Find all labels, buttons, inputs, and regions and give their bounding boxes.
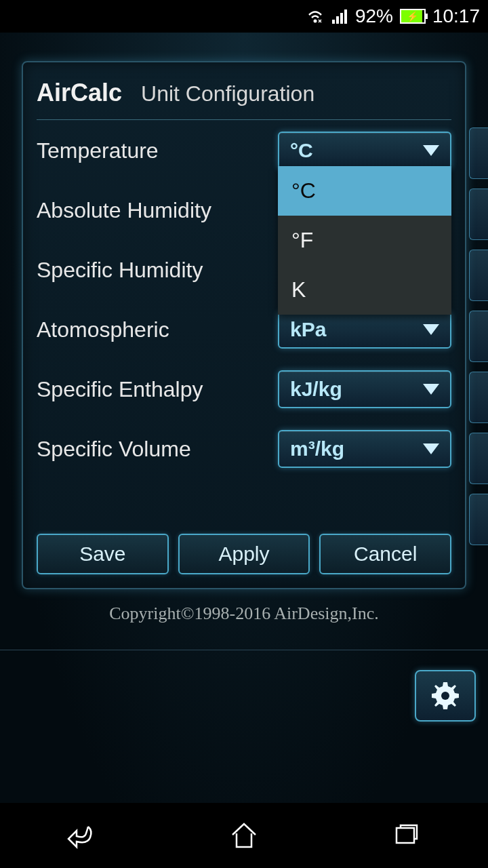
dropdown-value: m³/kg xyxy=(290,437,344,460)
config-row-atmospheric: Atomospheric kPa xyxy=(37,313,451,347)
chevron-down-icon xyxy=(423,324,439,335)
label-atmospheric: Atomospheric xyxy=(37,317,169,342)
config-row-enthalpy: Specific Enthalpy kJ/kg xyxy=(37,372,451,406)
cancel-button[interactable]: Cancel xyxy=(319,534,451,574)
back-button[interactable] xyxy=(41,815,122,856)
back-icon xyxy=(64,818,98,852)
copyright-text: Copyright©1998-2016 AirDesign,Inc. xyxy=(0,604,488,624)
chevron-down-icon xyxy=(423,145,439,156)
divider-line xyxy=(0,650,488,650)
dropdown-volume[interactable]: m³/kg xyxy=(278,430,451,468)
svg-rect-4 xyxy=(344,9,347,24)
chevron-down-icon xyxy=(423,443,439,454)
battery-percent: 92% xyxy=(355,5,393,27)
svg-rect-3 xyxy=(340,13,343,24)
dropdown-value: kPa xyxy=(290,318,326,341)
dropdown-enthalpy[interactable]: kJ/kg xyxy=(278,370,451,408)
recent-apps-icon xyxy=(390,818,424,852)
label-enthalpy: Specific Enthalpy xyxy=(37,377,203,402)
dropdown-item-celsius[interactable]: °C xyxy=(278,166,451,216)
home-button[interactable] xyxy=(203,815,285,856)
label-specific-humidity: Specific Humidity xyxy=(37,258,203,283)
save-button[interactable]: Save xyxy=(37,534,169,574)
svg-point-5 xyxy=(441,692,449,700)
label-absolute-humidity: Absolute Humidity xyxy=(37,198,211,223)
gear-icon xyxy=(429,679,462,712)
dropdown-temperature[interactable]: °C xyxy=(278,132,451,170)
settings-button[interactable] xyxy=(415,670,476,722)
dialog-header: AirCalc Unit Configuration xyxy=(37,79,451,120)
dropdown-item-fahrenheit[interactable]: °F xyxy=(278,216,451,265)
recent-button[interactable] xyxy=(366,815,447,856)
wifi-icon xyxy=(306,9,324,24)
svg-point-0 xyxy=(313,20,317,23)
bg-side-tab[interactable] xyxy=(469,189,488,240)
svg-rect-2 xyxy=(336,16,339,24)
label-temperature: Temperature xyxy=(37,138,159,163)
apply-button[interactable]: Apply xyxy=(178,534,310,574)
dialog-button-row: Save Apply Cancel xyxy=(37,534,451,574)
signal-icon xyxy=(331,9,348,24)
battery-icon: ⚡ xyxy=(400,9,426,24)
dialog-subtitle: Unit Configuration xyxy=(141,81,314,106)
config-row-volume: Specific Volume m³/kg xyxy=(37,432,451,466)
dropdown-value: °C xyxy=(290,139,313,162)
bg-side-tab[interactable] xyxy=(469,433,488,484)
dialog-title: AirCalc xyxy=(37,79,122,107)
bg-side-tab[interactable] xyxy=(469,311,488,362)
bg-side-tab[interactable] xyxy=(469,250,488,301)
svg-rect-6 xyxy=(396,828,414,843)
svg-rect-1 xyxy=(332,20,335,24)
navigation-bar xyxy=(0,803,488,868)
bg-side-tab[interactable] xyxy=(469,494,488,545)
dropdown-value: kJ/kg xyxy=(290,378,342,401)
bg-side-tab[interactable] xyxy=(469,127,488,179)
dropdown-atmospheric[interactable]: kPa xyxy=(278,311,451,349)
home-icon xyxy=(227,818,261,852)
config-row-temperature: Temperature °C xyxy=(37,134,451,167)
status-bar: 92% ⚡ 10:17 xyxy=(0,0,488,33)
dropdown-menu-temperature: °C °F K xyxy=(278,166,451,315)
bg-side-tab[interactable] xyxy=(469,372,488,423)
chevron-down-icon xyxy=(423,384,439,395)
label-volume: Specific Volume xyxy=(37,437,191,462)
status-time: 10:17 xyxy=(432,5,480,27)
unit-config-dialog: AirCalc Unit Configuration Temperature °… xyxy=(22,61,466,589)
dropdown-item-kelvin[interactable]: K xyxy=(278,265,451,315)
